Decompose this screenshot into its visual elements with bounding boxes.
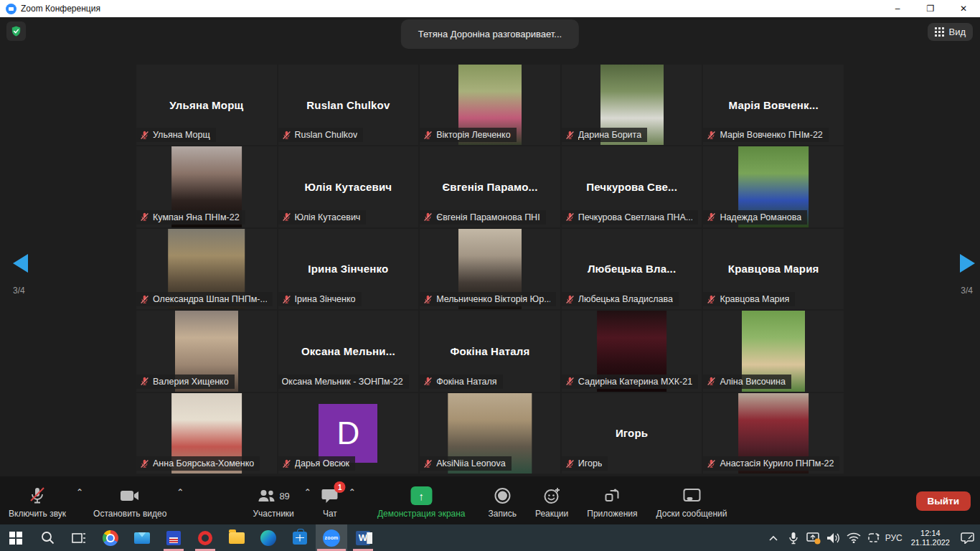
chrome-app[interactable]: [95, 524, 126, 551]
file-explorer-app[interactable]: [221, 524, 253, 551]
security-button[interactable]: [6, 22, 26, 41]
shield-check-icon: [10, 25, 22, 37]
muted-mic-icon: [423, 377, 433, 386]
reactions-button[interactable]: Реакции: [529, 476, 574, 524]
participant-label: Ruslan Chulkov: [278, 128, 364, 142]
chat-button[interactable]: 1 Чат: [316, 476, 344, 524]
participant-tile[interactable]: AksiNiia Leonova: [420, 393, 560, 474]
whiteboards-button[interactable]: Доски сообщений: [651, 476, 733, 524]
unmute-button[interactable]: Включить звук: [3, 476, 72, 524]
chat-chevron[interactable]: ⌃: [344, 487, 360, 497]
record-icon: [494, 487, 511, 504]
apps-button[interactable]: Приложения: [581, 476, 643, 524]
opera-app[interactable]: [189, 524, 221, 551]
participant-label-text: Фокіна Наталя: [436, 377, 496, 387]
tray-screenclip-icon[interactable]: [865, 527, 882, 549]
word-app[interactable]: W: [347, 524, 379, 551]
participant-tile[interactable]: Ульяна Морщ Ульяна Морщ: [136, 65, 277, 145]
participant-label: Оксана Мельник - ЗОНПм-22: [278, 375, 409, 389]
unmute-label: Включить звук: [9, 509, 66, 519]
mail-icon: [134, 532, 150, 544]
participant-label: Дарья Овсюк: [278, 456, 355, 471]
language-indicator[interactable]: РУС: [885, 527, 903, 549]
participant-tile[interactable]: Анна Боярська-Хоменко: [136, 393, 277, 474]
clock[interactable]: 12:14 21.11.2022: [905, 529, 956, 547]
edge-icon: [260, 530, 276, 546]
participant-label: Мельниченко Вікторія Юр...: [420, 292, 556, 306]
edge-app[interactable]: [253, 524, 284, 551]
record-button[interactable]: Запись: [483, 476, 522, 524]
share-screen-label: Демонстрация экрана: [377, 509, 466, 519]
participants-count: 89: [279, 491, 289, 501]
participant-tile[interactable]: D Дарья Овсюк: [278, 393, 419, 474]
audio-options-chevron[interactable]: ⌃: [72, 487, 88, 497]
leave-button[interactable]: Выйти: [916, 491, 971, 511]
share-screen-button[interactable]: ↑ Демонстрация экрана: [372, 476, 471, 524]
next-page-arrow-icon[interactable]: [960, 254, 975, 273]
participant-tile[interactable]: Валерия Хищенко: [136, 311, 277, 391]
tray-wifi-icon[interactable]: [845, 527, 862, 549]
start-button[interactable]: [0, 524, 32, 551]
floppy-app[interactable]: [158, 524, 189, 551]
task-view-button[interactable]: [63, 524, 95, 551]
prev-page-arrow-icon[interactable]: [13, 254, 28, 273]
view-button-label: Вид: [948, 27, 966, 37]
participant-label: Аліна Височина: [703, 375, 791, 389]
participant-label: Ірина Зінченко: [278, 292, 362, 306]
participant-tile[interactable]: Мельниченко Вікторія Юр...: [420, 229, 560, 309]
participant-label-text: Євгенія Парамонова ПНІ: [436, 212, 540, 222]
hidden-icons-chevron[interactable]: [765, 527, 782, 549]
participant-tile[interactable]: Кумпан Яна ПНІм-22: [136, 146, 277, 227]
participant-label-text: Аліна Височина: [720, 377, 785, 387]
muted-mic-icon: [282, 295, 291, 304]
participant-tile[interactable]: Аліна Височина: [703, 311, 844, 391]
participant-label: Печкурова Светлана ПНА...: [562, 210, 698, 225]
video-options-chevron[interactable]: ⌃: [172, 487, 188, 497]
search-button[interactable]: [32, 524, 63, 551]
meeting-stage: Тетяна Дороніна разговаривает... Вид Уль…: [0, 17, 980, 476]
participant-tile[interactable]: Любецька Вла... Любецька Владислава: [562, 229, 702, 309]
participant-tile[interactable]: Юлія Кутасевич Юлія Кутасевич: [278, 146, 419, 227]
participant-tile[interactable]: Вікторія Левченко: [420, 65, 560, 145]
mail-app[interactable]: [126, 524, 158, 551]
participants-button[interactable]: 89 Участники: [247, 476, 299, 524]
participant-tile[interactable]: Кравцова Мария Кравцова Мария: [703, 229, 844, 309]
chrome-icon: [103, 530, 118, 546]
participant-tile[interactable]: Марія Вовченк... Марія Вовченко ПНІм-22: [703, 65, 844, 145]
muted-mic-icon: [423, 212, 433, 222]
participant-tile[interactable]: Дарина Борита: [562, 65, 702, 145]
stop-video-button[interactable]: Остановить видео: [88, 476, 172, 524]
participant-tile[interactable]: Анастасія Курило ПНПм-22: [703, 393, 844, 474]
tray-microphone-icon[interactable]: [785, 527, 802, 549]
minimize-button[interactable]: –: [881, 0, 914, 17]
window-title: Zoom Конференция: [21, 4, 100, 14]
participant-tile[interactable]: Ruslan Chulkov Ruslan Chulkov: [278, 65, 419, 145]
participant-label: Фокіна Наталя: [420, 375, 502, 389]
participant-tile[interactable]: Садиріна Катерина МХК-21: [562, 311, 702, 391]
zoom-app[interactable]: zoom: [316, 524, 347, 551]
muted-mic-icon: [707, 131, 716, 140]
microsoft-store-app[interactable]: [284, 524, 316, 551]
participant-tile[interactable]: Оксана Мельни... Оксана Мельник - ЗОНПм-…: [278, 311, 419, 391]
windows-taskbar: zoom W: [0, 524, 980, 551]
participant-tile[interactable]: Игорь Игорь: [562, 393, 702, 474]
close-button[interactable]: ✕: [947, 0, 980, 17]
participant-label: Євгенія Парамонова ПНІ: [420, 210, 545, 225]
participant-grid: Ульяна Морщ Ульяна Морщ Ruslan Chulkov R…: [136, 65, 844, 474]
tray-volume-icon[interactable]: [825, 527, 842, 549]
next-page-nav: 3/4: [932, 254, 975, 296]
action-center-button[interactable]: [958, 527, 976, 549]
view-button[interactable]: Вид: [928, 23, 973, 41]
participant-tile[interactable]: Фокіна Наталя Фокіна Наталя: [420, 311, 560, 391]
tray-screencast-icon[interactable]: [805, 527, 822, 549]
participants-chevron[interactable]: ⌃: [300, 487, 316, 497]
participant-tile[interactable]: Євгенія Парамо... Євгенія Парамонова ПНІ: [420, 146, 560, 227]
muted-mic-icon: [707, 295, 716, 304]
participant-tile[interactable]: Надежда Романова: [703, 146, 844, 227]
muted-mic-icon: [707, 212, 716, 222]
restore-button[interactable]: ❐: [914, 0, 947, 17]
participant-tile[interactable]: Печкурова Све... Печкурова Светлана ПНА.…: [562, 146, 702, 227]
participant-tile[interactable]: Олександра Шпан ПНПм-...: [136, 229, 277, 309]
participant-tile[interactable]: Ірина Зінченко Ірина Зінченко: [278, 229, 419, 309]
muted-mic-icon: [140, 377, 149, 386]
